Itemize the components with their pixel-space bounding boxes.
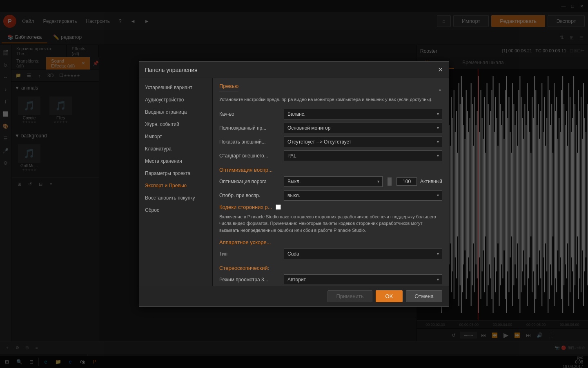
nav-reset[interactable]: Сброс [139,204,212,216]
codec-description: Включение в Pinnacle Studio пакетов коде… [219,213,442,234]
hw-type-label: Тип [219,251,281,257]
thresh-value: 100 [396,177,417,186]
optim-select[interactable]: Выкл. Вкл. [284,176,383,187]
display-select-wrapper: выкл. вкл. [284,190,442,201]
fullscreen-select-wrapper: Основной монитор [284,123,442,133]
hardware-section-title: Аппаратное ускоре... [219,239,442,245]
scroll-up-icon[interactable]: ▲ [438,87,442,92]
nav-keyboard[interactable]: Клавиатура [139,143,212,155]
nav-restore-purchase[interactable]: Восстановить покупку [139,192,212,204]
modal-title-bar: Панель управления ✕ [139,62,449,78]
display-label: Отобр. при воспр. [219,193,281,198]
codec-row: Кодеки сторонних р... [219,204,442,210]
preview-section-title: Превью [219,83,238,92]
form-row-standard: Стандарт внешнего... PAL NTSC [219,150,442,161]
slider-thumb[interactable] [388,177,392,186]
standard-select[interactable]: PAL NTSC [284,150,442,161]
modal-close-button[interactable]: ✕ [438,66,443,74]
stereo-select-wrapper: Авторит. [284,274,442,285]
form-row-stereo: Режим просмотра 3... Авторит. [219,274,442,285]
optim-label: Оптимизация порога [219,179,281,184]
nav-export-preview[interactable]: Экспорт и Превью [139,180,212,192]
hw-type-select-wrapper: Cuda OpenCL Нет [284,249,442,259]
external-label: Показать внешний... [219,139,281,145]
standard-label: Стандарт внешнего... [219,153,281,159]
standard-select-wrapper: PAL NTSC [284,150,442,161]
form-row-external: Показать внешний... Отсутствует --> Отсу… [219,137,442,147]
external-select-wrapper: Отсутствует --> Отсутствует [284,137,442,147]
form-row-quality: Кач-во Баланс. Высокое Быстрое [219,109,442,119]
optim-select-wrapper: Выкл. Вкл. [284,176,383,187]
optim-section-title: Оптимизация воспр... [219,167,442,173]
control-panel-modal: Панель управления ✕ Устаревший вариант А… [139,61,449,307]
stereo-section-title: Стереоскопический: [219,265,442,271]
preview-section-desc: Установите настройки предв. пр-ра видео … [219,96,442,103]
codec-checkbox[interactable] [276,204,281,210]
form-row-fullscreen: Полноэкранный пр... Основной монитор [219,123,442,133]
ok-button[interactable]: OK [376,290,403,302]
hw-type-select[interactable]: Cuda OpenCL Нет [284,249,442,259]
thresh-status: Активный [420,179,442,184]
stereo-select[interactable]: Авторит. [284,274,442,285]
nav-storage[interactable]: Места хранения [139,155,212,167]
modal-footer: Применить OK Отмена [139,286,449,306]
modal-overlay: Панель управления ✕ Устаревший вариант А… [0,0,588,368]
quality-select[interactable]: Баланс. Высокое Быстрое [284,109,442,119]
fullscreen-select[interactable]: Основной монитор [284,123,442,133]
nav-intro-page[interactable]: Вводная страница [139,106,212,118]
form-row-display: Отобр. при воспр. выкл. вкл. [219,190,442,201]
cancel-button[interactable]: Отмена [406,290,442,302]
codec-title: Кодеки сторонних р... [219,204,272,210]
modal-sidebar: Устаревший вариант Аудиоустройство Вводн… [139,78,213,286]
nav-audio-device[interactable]: Аудиоустройство [139,94,212,106]
modal-title: Панель управления [145,67,198,73]
optim-threshold-row: Оптимизация порога Выкл. Вкл. 100 Активн… [219,176,442,187]
quality-select-wrapper: Баланс. Высокое Быстрое [284,109,442,119]
apply-button: Применить [327,290,372,302]
modal-body: Устаревший вариант Аудиоустройство Вводн… [139,78,449,286]
fullscreen-label: Полноэкранный пр... [219,125,281,131]
nav-outdated[interactable]: Устаревший вариант [139,81,212,94]
form-row-hw-type: Тип Cuda OpenCL Нет [219,249,442,259]
nav-project-settings[interactable]: Параметры проекта [139,167,212,180]
external-select[interactable]: Отсутствует --> Отсутствует [284,137,442,147]
quality-label: Кач-во [219,111,281,117]
stereo-label: Режим просмотра 3... [219,277,281,283]
modal-main-content: Превью ▲ Установите настройки предв. пр-… [213,78,449,286]
nav-event-log[interactable]: Журн. событий [139,118,212,130]
nav-import[interactable]: Импорт [139,130,212,143]
display-select[interactable]: выкл. вкл. [284,190,442,201]
